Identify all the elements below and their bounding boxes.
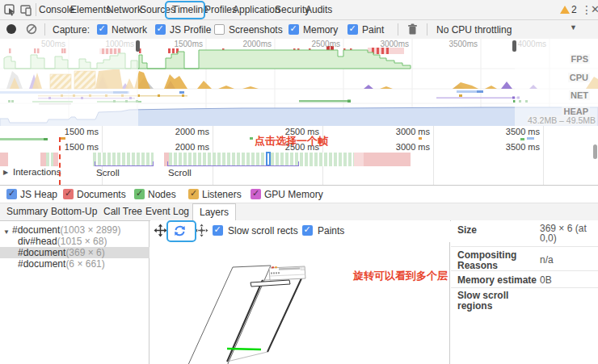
clear-icon[interactable] [26,23,37,37]
interactions-expand-icon[interactable]: ▶ [3,169,8,176]
layer-tree-row[interactable]: div#head(1015 × 68) [0,236,150,247]
warning-icon[interactable] [560,6,570,14]
listeners-checkbox[interactable] [188,189,199,199]
frames-ruler-tick: 3500 ms [488,127,540,136]
slow-scroll-rects-label[interactable]: Slow scroll rects [228,224,298,237]
network-checkbox-label[interactable]: Network [112,23,147,36]
chevron-down-icon[interactable]: ▼ [570,23,577,31]
frames-pane[interactable]: 1500 ms 2000 ms 2500 ms 3000 ms 3500 ms … [0,126,598,186]
network-checkbox[interactable] [97,24,107,35]
tab-profiles[interactable]: Profiles [204,0,237,19]
js-profile-checkbox-label[interactable]: JS Profile [170,23,211,36]
frame-bar[interactable] [364,153,411,166]
interactions-label[interactable]: Interactions [13,167,61,177]
size-value: 369 × 6 (at 0,0) [540,224,593,243]
gpu-memory-label[interactable]: GPU Memory [264,189,323,200]
pan-mode-icon[interactable] [154,224,167,240]
strip-marker [61,137,65,140]
frame-bar[interactable] [40,153,46,166]
nodes-label[interactable]: Nodes [148,189,176,200]
timeline-overview[interactable]: 500ms 1000ms 1500ms 2000ms 2500ms 3000ms… [0,39,598,128]
toolbar-separator [398,23,398,36]
documents-checkbox[interactable] [63,189,74,199]
screenshots-checkbox[interactable] [214,24,225,35]
overview-right-handle[interactable] [512,40,516,52]
tab-application[interactable]: Application [233,0,280,19]
heap-range-label: 43.2MB – 49.5MB [528,115,596,125]
memory-checkbox-label[interactable]: Memory [303,23,338,36]
layer-dims: (1015 × 68) [57,236,107,247]
documents-label[interactable]: Documents [77,189,126,200]
detail-tab-bar: Summary Bottom-Up Call Tree Event Log La… [0,203,598,221]
layer-dims: (6 × 661) [65,258,104,270]
layer-dims: (369 × 6) [65,247,104,258]
strip-marker [44,138,48,140]
tab-elements[interactable]: Elements [70,0,111,19]
cpu-throttling-select[interactable]: No CPU throttling [436,23,512,36]
tab-bottom-up[interactable]: Bottom-Up [51,203,97,220]
layer-tree-row[interactable]: #document(6 × 661) [0,258,150,270]
strip-marker [250,137,253,140]
layers-3d-canvas[interactable]: 旋转可以看到多个层 [150,242,450,364]
red-dashed-marker-annotation [59,137,61,185]
tab-event-log[interactable]: Event Log [145,203,189,220]
overview-left-handle[interactable] [136,40,140,52]
js-heap-checkbox[interactable] [6,189,17,199]
record-button[interactable] [6,24,16,34]
slow-scroll-regions-label: Slow scroll regions [457,291,522,312]
nodes-checkbox[interactable] [134,189,145,199]
inspect-element-icon[interactable] [4,4,16,19]
main-tab-bar: Console Elements Network Sources Timelin… [0,0,598,20]
reset-transform-icon[interactable] [195,224,208,240]
js-heap-label[interactable]: JS Heap [20,189,57,200]
screenshots-checkbox-label[interactable]: Screenshots [229,23,283,36]
overview-tick-2000: 2000ms [220,40,272,48]
paints-checkbox[interactable] [302,225,313,236]
frames-ruler-tick: 1500 ms [47,127,99,136]
frames-ruler-tick: 3000 ms [378,127,430,136]
capture-label: Capture: [53,23,90,36]
frame-bar[interactable] [53,153,58,166]
slow-scroll-rects-checkbox[interactable] [213,225,223,236]
tab-network[interactable]: Network [107,0,142,19]
paint-checkbox[interactable] [347,24,358,35]
compositing-reasons-label: Compositing Reasons [457,250,534,271]
trash-icon[interactable] [407,23,418,38]
listeners-label[interactable]: Listeners [202,189,242,200]
frame-bar[interactable] [46,153,53,166]
flame-ruler-tick: 2000 ms [158,142,209,152]
strip-marker [520,138,524,140]
paint-checkbox-label[interactable]: Paint [362,23,384,36]
toolbar-separator [427,23,427,36]
close-icon[interactable]: ✕ [591,0,598,19]
tab-timeline[interactable]: Timeline [172,0,208,19]
tab-call-tree[interactable]: Call Tree [103,203,142,220]
warning-count[interactable]: 2 [571,0,577,19]
overview-charts [0,39,598,128]
lane-label-fps: FPS [570,54,590,64]
device-toolbar-icon[interactable] [20,4,32,19]
tab-summary[interactable]: Summary [6,203,48,220]
overview-tick-1500: 1500ms [151,40,203,48]
tab-layers[interactable]: Layers [192,203,236,221]
tab-sources[interactable]: Sources [140,0,175,19]
frame-bar[interactable] [354,153,364,166]
rotate-mode-icon[interactable] [172,224,187,241]
layer-name: #document [12,224,60,236]
lane-label-cpu: CPU [568,73,590,82]
capture-toolbar: Capture: Network JS Profile Screenshots … [0,20,598,40]
layer-tree-row[interactable]: ▼ #document(1003 × 2899) [0,224,150,236]
paints-label[interactable]: Paints [318,224,344,237]
tab-audits[interactable]: Audits [305,0,332,19]
toolbar-separator [36,3,36,16]
overview-tick-3500: 3500ms [426,40,478,48]
gpu-memory-checkbox[interactable] [251,189,261,199]
compositing-reasons-value: n/a [540,255,554,265]
memory-checkbox[interactable] [288,24,299,35]
js-profile-checkbox[interactable] [155,24,166,35]
frame-bar[interactable] [0,153,8,166]
tab-security[interactable]: Security [275,0,310,19]
vertical-scrollbar-thumb[interactable] [593,144,597,159]
tab-console[interactable]: Console [39,0,74,19]
layer-tree-row-selected[interactable]: #document(369 × 6) [0,247,150,258]
